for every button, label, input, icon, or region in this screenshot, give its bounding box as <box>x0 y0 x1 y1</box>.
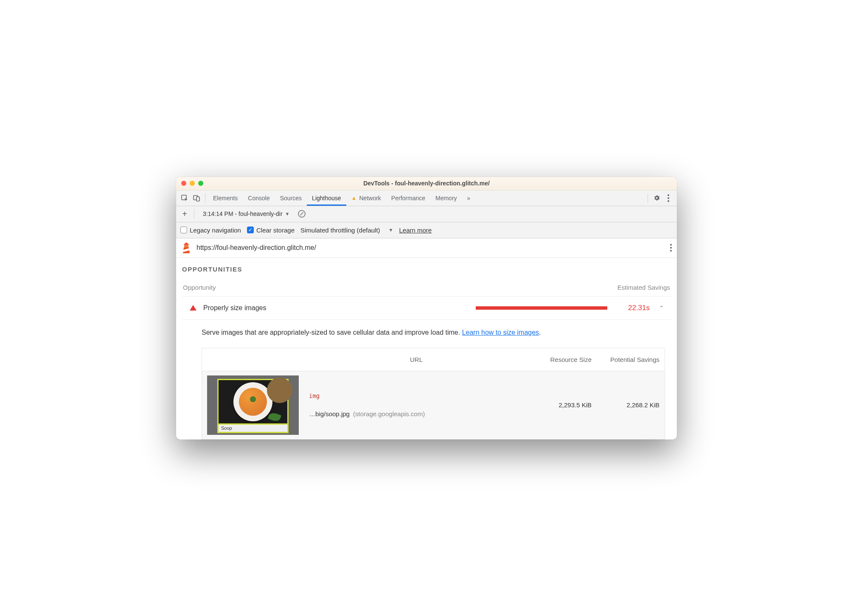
section-title: OPPORTUNITIES <box>182 266 671 273</box>
table-header: URL Resource Size Potential Savings <box>202 348 665 371</box>
settings-gear-icon[interactable] <box>651 192 662 204</box>
close-window-button[interactable] <box>181 181 186 186</box>
url-host: (storage.googleapis.com) <box>353 410 425 417</box>
tab-memory[interactable]: Memory <box>430 190 462 206</box>
lighthouse-icon <box>181 242 191 253</box>
titlebar: DevTools - foul-heavenly-direction.glitc… <box>176 177 677 190</box>
chevron-up-icon: ⌃ <box>659 305 664 311</box>
zoom-window-button[interactable] <box>198 181 203 186</box>
legacy-navigation-checkbox[interactable]: Legacy navigation <box>180 227 241 234</box>
opportunity-time: 22.31s <box>614 304 650 312</box>
tab-elements[interactable]: Elements <box>208 190 243 206</box>
opportunity-name: Properly size images <box>203 304 267 312</box>
warning-icon: ▲ <box>351 195 357 201</box>
table-row: Soop img …big/soop.jpg (storage.googleap… <box>202 371 665 439</box>
svg-rect-4 <box>184 245 188 247</box>
clear-icon[interactable] <box>298 210 306 218</box>
column-headers: Opportunity Estimated Savings <box>182 284 671 296</box>
report-content: OPPORTUNITIES Opportunity Estimated Savi… <box>176 258 677 440</box>
leaf-shape <box>268 411 281 422</box>
checkbox-icon <box>180 227 187 233</box>
inspect-element-icon[interactable] <box>179 192 191 204</box>
svg-marker-3 <box>183 242 189 245</box>
thumbnail-cell: Soop <box>202 371 304 439</box>
window-title: DevTools - foul-heavenly-direction.glitc… <box>176 180 677 187</box>
opportunity-row[interactable]: Properly size images 22.31s ⌃ <box>182 296 671 320</box>
bowl-shape <box>233 382 272 421</box>
svg-rect-2 <box>196 197 199 201</box>
report-menu-icon[interactable] <box>670 244 672 252</box>
tab-console[interactable]: Console <box>243 190 275 206</box>
chevron-down-icon: ▼ <box>285 211 290 216</box>
lighthouse-toolbar: + 3:14:14 PM - foul-heavenly-dir ▼ <box>176 206 677 222</box>
tab-lighthouse[interactable]: Lighthouse <box>307 190 346 206</box>
separator <box>648 193 648 203</box>
devtools-tabstrip: Elements Console Sources Lighthouse ▲Net… <box>176 190 677 206</box>
th-size: Resource Size <box>529 348 597 371</box>
new-report-button[interactable]: + <box>180 209 189 219</box>
col-savings: Estimated Savings <box>617 284 670 291</box>
tab-network[interactable]: ▲Network <box>346 190 386 206</box>
more-menu-icon[interactable] <box>662 192 674 204</box>
url-path[interactable]: …big/soop.jpg <box>309 410 350 417</box>
savings-bar <box>476 306 607 310</box>
separator <box>194 209 194 218</box>
devtools-window: DevTools - foul-heavenly-direction.glitc… <box>176 177 677 440</box>
clear-storage-checkbox[interactable]: ✓ Clear storage <box>247 227 295 234</box>
throttling-select[interactable]: Simulated throttling (default) ▼ <box>300 227 393 234</box>
opportunity-description: Serve images that are appropriately-size… <box>182 320 671 345</box>
lighthouse-options: Legacy navigation ✓ Clear storage Simula… <box>176 222 677 238</box>
learn-more-link[interactable]: Learn more <box>399 227 432 234</box>
minimize-window-button[interactable] <box>190 181 195 186</box>
checkbox-checked-icon: ✓ <box>247 227 254 233</box>
tab-sources[interactable]: Sources <box>275 190 307 206</box>
report-select[interactable]: 3:14:14 PM - foul-heavenly-dir ▼ <box>199 208 293 219</box>
thumb-caption: Soop <box>217 425 289 433</box>
image-thumbnail[interactable]: Soop <box>207 375 299 435</box>
separator <box>205 193 205 203</box>
bread-shape <box>267 378 292 403</box>
col-opportunity: Opportunity <box>183 284 216 291</box>
report-url: https://foul-heavenly-direction.glitch.m… <box>196 244 316 252</box>
tabs-overflow[interactable]: » <box>462 190 476 206</box>
th-savings: Potential Savings <box>597 348 665 371</box>
element-tag: img <box>309 392 524 399</box>
details-table: URL Resource Size Potential Savings Soop <box>202 348 665 440</box>
url-cell: img …big/soop.jpg (storage.googleapis.co… <box>304 388 529 422</box>
th-url: URL <box>304 349 529 370</box>
tab-performance[interactable]: Performance <box>386 190 430 206</box>
device-toggle-icon[interactable] <box>191 192 202 204</box>
report-urlbar: https://foul-heavenly-direction.glitch.m… <box>176 238 677 258</box>
resource-size: 2,293.5 KiB <box>529 397 597 413</box>
learn-link[interactable]: Learn how to size images <box>462 329 539 336</box>
fail-triangle-icon <box>190 305 196 311</box>
chevron-down-icon: ▼ <box>389 227 393 232</box>
traffic-lights <box>181 181 203 186</box>
potential-savings: 2,268.2 KiB <box>597 397 665 413</box>
